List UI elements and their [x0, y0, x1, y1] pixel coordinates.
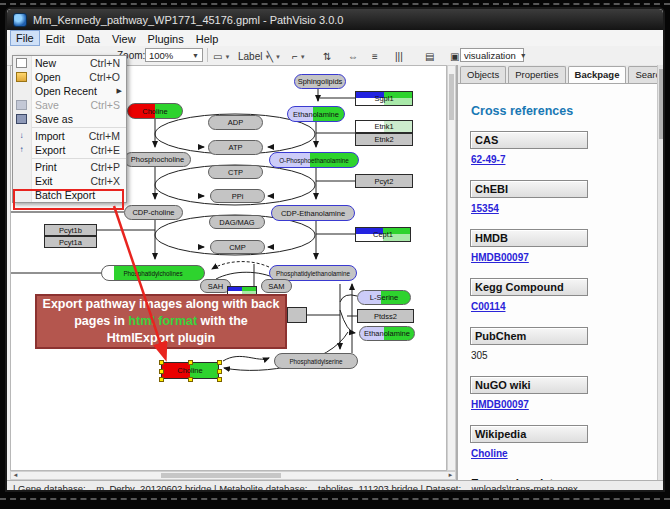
selection-handle[interactable]: [159, 377, 164, 382]
connector-tool-button[interactable]: ⌐▼: [289, 48, 309, 65]
pathway-node-choline-top[interactable]: Choline: [127, 103, 183, 119]
pathway-node-choline-selected[interactable]: Choline: [161, 362, 219, 379]
selection-handle[interactable]: [217, 377, 222, 382]
pathway-node-ethanolamine-top[interactable]: Ethanolamine: [287, 106, 345, 122]
menu-help[interactable]: Help: [190, 30, 225, 46]
common-height-icon: ▣: [450, 51, 459, 62]
pathway-node-ptdss2[interactable]: Ptdss2: [357, 309, 414, 323]
xref-section-header[interactable]: HMDB: [470, 229, 588, 247]
pathway-node-ppi[interactable]: PPi: [210, 189, 265, 203]
node-label: Etnk1: [374, 122, 393, 131]
visualization-combobox[interactable]: visualization▼: [460, 48, 524, 62]
panel-vertical-scrollbar[interactable]: [657, 65, 665, 480]
zoom-combobox[interactable]: 100%▼: [145, 48, 203, 62]
xref-link[interactable]: C00114: [471, 301, 505, 312]
menu-separator: [32, 158, 126, 159]
xref-link[interactable]: 15354: [471, 203, 499, 214]
stack-horizontal-button[interactable]: |||: [392, 48, 406, 65]
align-center-button[interactable]: ⇅: [320, 48, 334, 65]
pathway-node-cmp[interactable]: CMP: [210, 240, 265, 254]
tab-properties[interactable]: Properties: [508, 66, 565, 83]
scroll-right-icon[interactable]: ►: [446, 472, 455, 479]
window-title: Mm_Kennedy_pathway_WP1771_45176.gpml - P…: [33, 14, 343, 26]
file-menu-item-open[interactable]: OpenCtrl+O: [13, 70, 126, 84]
screen-artifact-bottom: [0, 498, 670, 500]
side-panel-tabs: ObjectsPropertiesBackpageSearchLegend: [458, 65, 657, 84]
file-menu-item-save-as[interactable]: Save as: [13, 112, 126, 126]
pathway-node-atp[interactable]: ATP: [208, 140, 263, 155]
new-file-icon: [16, 58, 27, 68]
pathway-node-phosphocholine[interactable]: Phosphocholine: [124, 152, 191, 167]
selection-handle[interactable]: [217, 369, 222, 374]
node-label: ATP: [228, 143, 242, 152]
tab-objects[interactable]: Objects: [460, 66, 506, 83]
common-width-button[interactable]: ▤: [422, 48, 437, 65]
pathway-node-phosphatidylserine[interactable]: Phosphatidylserine: [274, 353, 358, 369]
xref-section-hmdb: HMDBHMDB00097: [470, 229, 647, 265]
xref-section-header[interactable]: Wikipedia: [470, 425, 588, 443]
pathway-node-sphingolipids[interactable]: Sphingolipids: [294, 74, 346, 89]
line-tool-button[interactable]: ╲▼: [264, 48, 284, 65]
menu-item-shortcut: Ctrl+O: [89, 71, 120, 83]
menu-edit[interactable]: Edit: [40, 30, 71, 46]
canvas-vertical-scrollbar[interactable]: [447, 65, 456, 471]
menu-data[interactable]: Data: [71, 30, 106, 46]
xref-section-header[interactable]: PubChem: [470, 327, 588, 345]
stack-vertical-button[interactable]: ≡: [369, 48, 381, 65]
menu-view[interactable]: View: [106, 30, 142, 46]
pathway-node-gene-box[interactable]: [287, 307, 307, 323]
pathway-node-l-serine[interactable]: L-Serine: [357, 290, 411, 305]
pathway-node-pcyt2[interactable]: Pcyt2: [355, 174, 413, 188]
pathway-node-ethanolamine-bottom[interactable]: Ethanolamine: [359, 326, 415, 341]
xref-section-header[interactable]: CAS: [470, 131, 588, 149]
datanode-tool-button[interactable]: ▭▼: [210, 48, 233, 65]
pathway-node-sam[interactable]: SAM: [261, 279, 292, 293]
xref-section-header[interactable]: NuGO wiki: [470, 376, 588, 394]
status-bar: | Gene database: ...m_Derby_20120602.bri…: [7, 480, 663, 492]
pathway-node-cdp-choline[interactable]: CDP-choline: [124, 205, 183, 220]
xref-section-header[interactable]: ChEBI: [470, 180, 588, 198]
file-menu-item-print[interactable]: PrintCtrl+P: [13, 160, 126, 174]
selection-handle[interactable]: [188, 360, 193, 365]
title-bar[interactable]: Mm_Kennedy_pathway_WP1771_45176.gpml - P…: [7, 9, 663, 30]
pathway-node-etnk2[interactable]: Etnk2: [355, 133, 413, 146]
xref-link[interactable]: Choline: [471, 448, 508, 459]
align-middle-button[interactable]: ⇔: [345, 48, 361, 65]
pathway-node-pcyt1a[interactable]: Pcyt1a: [44, 236, 97, 248]
selection-handle[interactable]: [217, 360, 222, 365]
file-menu-item-open-recent[interactable]: Open Recent▶: [13, 84, 126, 98]
file-menu-item-export[interactable]: ↑ExportCtrl+E: [13, 143, 126, 157]
xref-section-header[interactable]: Kegg Compound: [470, 278, 588, 296]
pathway-node-pcyt1b[interactable]: Pcyt1b: [44, 224, 97, 236]
menu-item-label: Save: [35, 99, 59, 111]
xref-link[interactable]: 62-49-7: [471, 154, 505, 165]
pathway-node-cept1[interactable]: Cept1: [355, 227, 411, 242]
pathway-node-etnk1[interactable]: Etnk1: [355, 120, 413, 133]
scroll-left-icon[interactable]: ◄: [11, 472, 20, 479]
pathway-node-o-phosphoethanolamine[interactable]: O-Phosphoethanolamine: [269, 152, 359, 168]
menu-item-shortcut: Ctrl+E: [91, 144, 120, 156]
pathway-node-phosphatidylcholines[interactable]: Phosphatidylcholines: [101, 265, 205, 281]
menu-plugins[interactable]: Plugins: [142, 30, 190, 46]
file-menu-item-import[interactable]: ↓ImportCtrl+M: [13, 129, 126, 143]
selection-handle[interactable]: [159, 369, 164, 374]
xref-section-nugo-wiki: NuGO wikiHMDB00097: [470, 376, 647, 412]
tab-backpage[interactable]: Backpage: [568, 66, 627, 83]
selection-handle[interactable]: [159, 360, 164, 365]
xref-link[interactable]: HMDB00097: [471, 399, 529, 410]
canvas-horizontal-scrollbar[interactable]: ◄ ►: [10, 471, 456, 480]
label-tool-icon: Label: [238, 51, 262, 62]
pathway-node-ctp[interactable]: CTP: [208, 165, 263, 179]
pathway-node-dag-mag[interactable]: DAG/MAG: [209, 215, 265, 229]
screen-artifact-top: [0, 3, 670, 5]
pathway-node-sgpl1[interactable]: Sgpl1: [355, 91, 413, 106]
menu-file[interactable]: File: [10, 30, 40, 46]
file-menu-item-exit[interactable]: ExitCtrl+X: [13, 174, 126, 188]
pathway-node-cdp-ethanolamine[interactable]: CDP-Ethanolamine: [271, 205, 355, 221]
node-label: SAM: [268, 282, 284, 291]
selection-handle[interactable]: [188, 377, 193, 382]
pathway-node-adp[interactable]: ADP: [208, 115, 263, 130]
xref-link[interactable]: HMDB00097: [471, 252, 529, 263]
xref-section-pubchem: PubChem305: [470, 327, 647, 363]
file-menu-item-new[interactable]: NewCtrl+N: [13, 56, 126, 70]
